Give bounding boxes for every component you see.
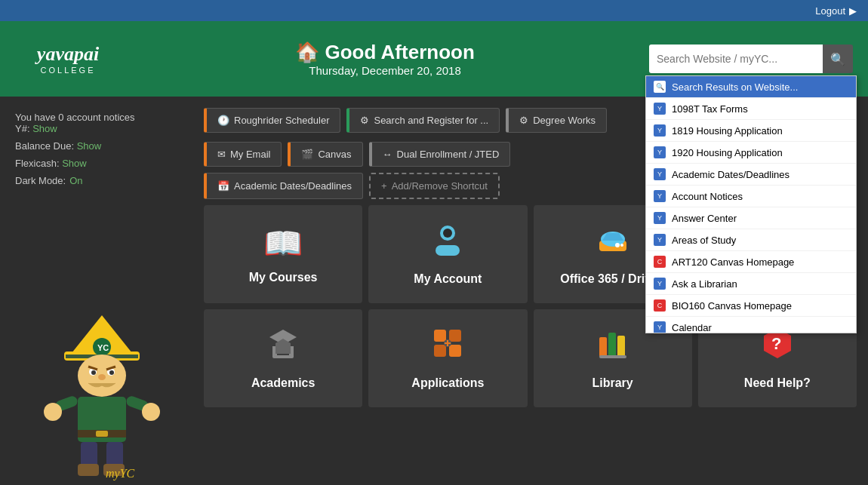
dark-mode-label: Dark Mode: [15,175,66,186]
logout-button[interactable]: Logout ▶ [815,5,857,17]
search-register-icon: ⚙ [360,115,369,126]
svg-text:myYC: myYC [106,467,135,480]
academics-label: Academics [251,376,315,390]
shortcut-add-remove[interactable]: + Add/Remove Shortcut [369,173,500,199]
bio160-label: BIO160 Canvas Homepage [672,300,792,312]
mascot-svg: YC [34,308,170,481]
answer-center-icon: Y [654,212,666,224]
academics-icon [266,327,300,367]
search-input[interactable] [649,45,823,73]
calendar-dd-label: Calendar [672,322,712,333]
shortcut-roughrider[interactable]: 🕐 Roughrider Scheduler [204,108,340,133]
top-bar: Logout ▶ [0,0,868,21]
shortcut-degree-works[interactable]: ⚙ Degree Works [506,108,607,133]
tile-my-account[interactable]: My Account [368,205,527,303]
home-icon: 🏠 [295,41,319,63]
canvas-label: Canvas [318,149,351,160]
logo-college: COLLEGE [41,66,96,75]
bio160-icon: C [654,299,666,312]
dropdown-item-art120[interactable]: C ART120 Canvas Homepage [646,251,856,273]
svg-rect-52 [617,336,625,357]
answer-center-label: Answer Center [672,213,737,224]
greeting-area: 🏠 Good Afternoon Thursday, December 20, … [121,41,649,77]
dropdown-item-search-results[interactable]: 🔍 Search Results on Website... [646,76,856,98]
y-show-link[interactable]: Show [32,123,57,134]
art120-icon: C [654,256,666,268]
search-results-icon: 🔍 [654,81,666,93]
svg-rect-46 [449,345,461,357]
need-help-label: Need Help? [744,376,811,390]
dark-mode-value[interactable]: On [69,175,82,186]
logout-label: Logout [815,5,845,17]
svg-rect-15 [96,431,108,437]
svg-point-19 [142,403,160,421]
tile-academics[interactable]: Academics [204,309,362,407]
my-courses-label: My Courses [249,271,318,284]
flexi-label: Flexicash: [15,158,60,169]
shortcut-academic-dates[interactable]: 📅 Academic Dates/Deadlines [204,173,363,199]
dropdown-item-academic-dates[interactable]: Y Academic Dates/Deadlines [646,164,856,186]
dropdown-item-1920-housing[interactable]: Y 1920 Housing Application [646,142,856,164]
shortcut-canvas[interactable]: 🎬 Canvas [288,142,362,167]
library-icon [596,327,629,367]
applications-icon [431,327,464,367]
svg-point-18 [44,403,62,421]
dropdown-item-calendar[interactable]: Y Calendar [646,317,856,333]
shortcut-search-register[interactable]: ⚙ Search and Register for ... [346,108,500,133]
my-email-icon: ✉ [217,149,226,160]
svg-point-27 [443,229,452,238]
dropdown-item-1819-housing[interactable]: Y 1819 Housing Application [646,120,856,142]
search-button[interactable]: 🔍 [823,45,853,73]
svg-rect-26 [436,245,460,256]
svg-rect-41 [272,355,294,358]
svg-rect-45 [434,345,446,357]
add-shortcut-label: Add/Remove Shortcut [392,180,488,192]
y-label: Y#: [15,123,30,134]
applications-label: Applications [411,376,484,390]
my-account-label: My Account [414,272,482,286]
svg-point-32 [615,243,620,247]
greeting-title: 🏠 Good Afternoon [121,41,649,64]
dropdown-item-account-notices[interactable]: Y Account Notices [646,186,856,207]
dropdown-item-1098t[interactable]: Y 1098T Tax Forms [646,98,856,120]
shortcut-my-email[interactable]: ✉ My Email [204,142,282,167]
svg-rect-50 [599,337,607,357]
sidebar: You have 0 account notices Y#: Show Bala… [0,97,204,207]
academic-dates-dd-icon: Y [654,168,666,180]
dropdown-item-ask-librarian[interactable]: Y Ask a Librarian [646,273,856,295]
1819-housing-label: 1819 Housing Application [672,125,783,137]
flexi-show-link[interactable]: Show [62,158,87,169]
dropdown-item-areas-of-study[interactable]: Y Areas of Study [646,229,856,251]
svg-point-33 [620,244,623,247]
search-results-label: Search Results on Website... [672,81,798,93]
roughrider-icon: 🕐 [217,115,229,126]
flexi-row: Flexicash: Show [15,158,189,169]
search-register-label: Search and Register for ... [374,115,488,126]
calendar-dd-icon: Y [654,321,666,333]
tile-my-courses[interactable]: 📖 My Courses [204,205,362,303]
art120-label: ART120 Canvas Homepage [672,256,794,268]
search-dropdown: 🔍 Search Results on Website... Y 1098T T… [645,75,857,333]
my-email-label: My Email [230,149,270,160]
svg-rect-22 [78,464,99,476]
greeting-text: Good Afternoon [325,41,474,63]
1920-housing-label: 1920 Housing Application [672,147,783,158]
search-area: 🔍 [649,45,853,73]
1819-housing-icon: Y [654,124,666,137]
svg-text:YC: YC [97,343,109,352]
tile-applications[interactable]: Applications [368,309,527,407]
areas-of-study-label: Areas of Study [672,235,736,246]
y-number-row: Y#: Show [15,123,189,134]
shortcut-dual-enrollment[interactable]: ↔ Dual Enrollment / JTED [369,142,511,167]
canvas-icon: 🎬 [301,149,313,160]
dropdown-item-answer-center[interactable]: Y Answer Center [646,207,856,229]
dropdown-item-bio160[interactable]: C BIO160 Canvas Homepage [646,295,856,317]
my-courses-icon: 📖 [263,225,303,262]
svg-rect-43 [434,330,446,342]
balance-show-link[interactable]: Show [77,140,102,152]
greeting-date: Thursday, December 20, 2018 [121,64,649,77]
search-icon: 🔍 [830,52,845,66]
dropdown-scroll[interactable]: 🔍 Search Results on Website... Y 1098T T… [646,76,856,333]
account-notices-link[interactable]: You have 0 account notices [15,112,135,123]
svg-rect-51 [608,333,616,357]
